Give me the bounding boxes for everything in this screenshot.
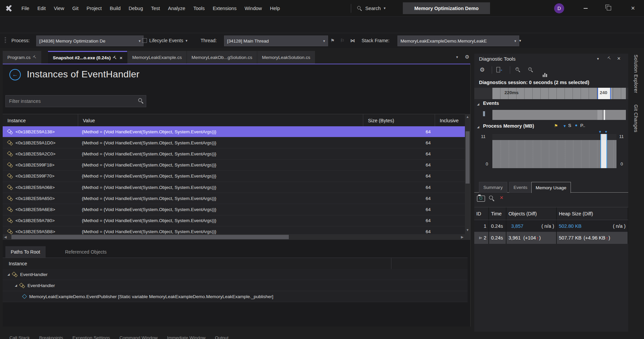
stack-frame-select[interactable]: MemoryLeakExampleDemo.MemoryLeakE▾ [397, 36, 519, 46]
settings-gear-icon[interactable]: ⚙ [480, 66, 485, 73]
process-select[interactable]: [34836] Memory Optimization De▾ [36, 36, 144, 46]
tab-paths-to-root[interactable]: Paths To Root [5, 246, 46, 258]
tab-list-caret[interactable]: ▾ [456, 55, 458, 59]
export-icon[interactable]: → [496, 67, 503, 72]
debugbar-grip[interactable] [5, 33, 6, 48]
table-row[interactable]: <0x18B2E59A780>{Method = {Void HandleEve… [3, 215, 468, 226]
selection-band[interactable] [600, 134, 607, 168]
scroll-up-icon[interactable]: ▲ [465, 114, 470, 119]
selection-region[interactable]: 240 [598, 88, 611, 99]
column-instance[interactable]: Instance [3, 114, 78, 127]
flag-threads-button[interactable]: ⚑ [330, 33, 335, 48]
scroll-down-icon[interactable]: ▼ [465, 227, 470, 232]
close-button[interactable]: × [625, 0, 641, 16]
show-flagged-only-button[interactable]: ⋈ [350, 33, 355, 48]
table-row[interactable]: <0x18B2E59A6E8>{Method = {Void HandleEve… [3, 204, 468, 215]
selection-handle[interactable] [597, 88, 598, 99]
table-row[interactable]: <0x18B2E599F18>{Method = {Void HandleEve… [3, 160, 468, 171]
bottom-tab-exception-settings[interactable]: Exception Settings [72, 335, 110, 339]
column-inclusive[interactable]: Inclusive [435, 114, 468, 127]
zoom-in-icon[interactable]: + [515, 67, 521, 72]
minimize-button[interactable] [578, 0, 593, 16]
tab-summary[interactable]: Summary [479, 182, 507, 193]
table-row[interactable]: <0x18B2E59A068>{Method = {Void HandleEve… [3, 182, 468, 193]
column-value[interactable]: Value [78, 114, 363, 127]
menu-tools[interactable]: Tools [189, 0, 209, 16]
pin-icon[interactable]: ⊤ [112, 55, 118, 61]
sidebar-tab-git-changes[interactable]: Git Changes [633, 105, 639, 132]
tab-memoryleaksolution-cs[interactable]: MemoryLeakSolution.cs [257, 51, 315, 64]
tab-options-gear-icon[interactable]: ⚙ [465, 54, 469, 60]
menu-edit[interactable]: Edit [33, 0, 50, 16]
memory-graph[interactable] [492, 134, 616, 168]
bottom-tab-output[interactable]: Output [215, 335, 229, 339]
bottom-tab-command-window[interactable]: Command Window [119, 335, 158, 339]
menu-debug[interactable]: Debug [124, 0, 147, 16]
tree-row[interactable]: ◢EventHandler [3, 269, 468, 280]
unflag-threads-button[interactable]: ⚐ [340, 33, 344, 48]
menu-test[interactable]: Test [147, 0, 164, 16]
scroll-left-icon[interactable]: ◀ [3, 234, 8, 240]
zoom-out-icon[interactable]: − [528, 67, 533, 72]
scrollbar-thumb[interactable] [466, 131, 470, 184]
filter-input[interactable] [5, 95, 146, 107]
menu-git[interactable]: Git [68, 0, 83, 16]
column-time[interactable]: Time [489, 207, 506, 220]
menu-extensions[interactable]: Extensions [209, 0, 240, 16]
snapshot-row[interactable]: 1 0.24s 3,857( n/a ) 502.80 KB( n/a ) [474, 220, 628, 232]
close-icon[interactable]: × [120, 55, 123, 61]
tab-referenced-objects[interactable]: Referenced Objects [60, 246, 112, 258]
thread-select[interactable]: [34128] Main Thread▾ [224, 36, 328, 46]
bottom-tab-immediate-window[interactable]: Immediate Window [167, 335, 206, 339]
sidebar-tab-solution-explorer[interactable]: Solution Explorer [633, 55, 639, 93]
scroll-right-icon[interactable]: ▶ [460, 234, 465, 240]
tab-snapshot[interactable]: Snapshot #2...o.exe (0.24s) ⊤ × [48, 51, 127, 64]
snapshot-row-current[interactable]: ⊳2 0.24s 3,961(+104↑) 507.77 KB(+4.96 KB… [474, 232, 628, 244]
search-box[interactable]: Search ▾ [357, 0, 385, 16]
menu-build[interactable]: Build [106, 0, 124, 16]
table-row[interactable]: <0x18B2E59A650>{Method = {Void HandleEve… [3, 193, 468, 204]
account-avatar[interactable]: D [554, 3, 564, 13]
bottom-tab-call-stack[interactable]: Call Stack [9, 335, 30, 339]
column-heap-size-diff[interactable]: Heap Size (Diff) [557, 207, 628, 220]
column-objects-diff[interactable]: Objects (Diff) [506, 207, 557, 220]
delete-snapshots-button[interactable]: × [500, 194, 503, 201]
expander-icon[interactable]: ◢ [477, 125, 479, 129]
column-id[interactable]: ID [474, 207, 489, 220]
events-track[interactable] [492, 110, 626, 120]
debugbar-overflow-caret[interactable]: ▾ [519, 33, 521, 48]
tab-program-cs[interactable]: Program.cs ⊤ [3, 51, 41, 64]
table-row[interactable]: <0x18B2E59A138>{Method = {Void HandleEve… [3, 126, 468, 137]
menu-analyze[interactable]: Analyze [164, 0, 190, 16]
take-snapshot-button[interactable] [477, 196, 485, 202]
heap-size-link[interactable]: 502.80 KB [559, 223, 582, 229]
bottom-tab-breakpoints[interactable]: Breakpoints [39, 335, 63, 339]
table-row[interactable]: <0x18B2E599F70>{Method = {Void HandleEve… [3, 171, 468, 182]
tab-events[interactable]: Events [509, 182, 532, 193]
table-row[interactable]: <0x18B2E59A2C0>{Method = {Void HandleEve… [3, 148, 468, 159]
menu-window[interactable]: Window [240, 0, 266, 16]
pin-icon[interactable]: ⊤ [608, 56, 611, 61]
chart-icon[interactable] [542, 72, 547, 77]
vertical-scrollbar[interactable]: ▲ ▼ [465, 114, 470, 240]
events-section-label[interactable]: Events [483, 100, 499, 106]
table-row[interactable]: <0x18B2E59A1D0>{Method = {Void HandleEve… [3, 137, 468, 148]
tree-row[interactable]: ◢EventHandler [3, 280, 468, 291]
selection-handle[interactable] [610, 88, 611, 99]
column-instance[interactable]: Instance [3, 261, 27, 266]
expander-icon[interactable]: ◢ [15, 284, 17, 287]
navigate-back-button[interactable]: ← [9, 69, 21, 80]
timeline-ruler[interactable]: 220ms 240 [474, 88, 628, 99]
scrollbar-thumb[interactable] [11, 235, 289, 239]
tab-memoryleakob-gsolution-cs[interactable]: MemoryLeakOb...gSolution.cs [187, 51, 257, 64]
memory-section-label[interactable]: Process Memory (MB) [483, 123, 534, 129]
tab-memory-usage[interactable]: Memory Usage [531, 182, 571, 193]
lifecycle-events-button[interactable]: Lifecycle Events ▾ [142, 33, 187, 48]
objects-count-link[interactable]: 3,857 [511, 223, 523, 229]
menu-help[interactable]: Help [266, 0, 284, 16]
menu-file[interactable]: File [17, 0, 33, 16]
horizontal-scrollbar[interactable]: ◀ ▶ [3, 234, 465, 240]
close-icon[interactable]: × [617, 55, 621, 62]
view-heap-button[interactable] [489, 196, 494, 201]
menu-project[interactable]: Project [83, 0, 106, 16]
